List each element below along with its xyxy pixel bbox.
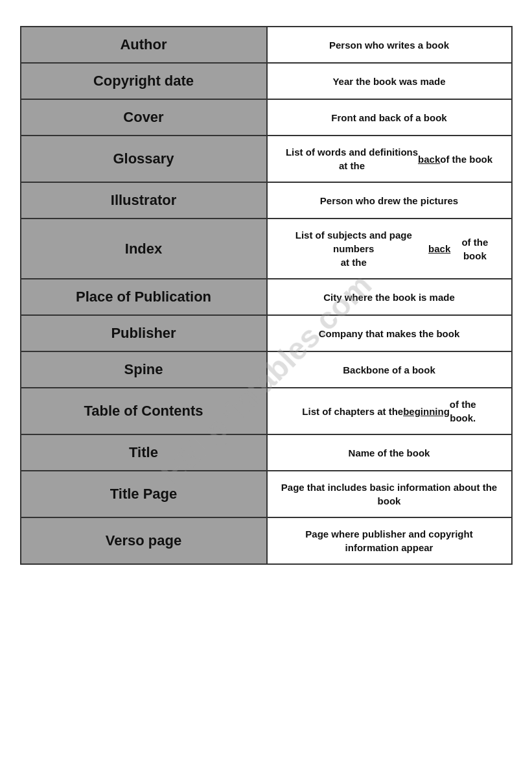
definition-cell: List of subjects and page numbersat the … bbox=[268, 219, 511, 278]
table-row: CoverFront and back of a book bbox=[21, 100, 511, 136]
term-cell: Copyright date bbox=[21, 64, 268, 99]
definition-cell: Person who drew the pictures bbox=[268, 183, 511, 218]
definition-cell: Page where publisher and copyright infor… bbox=[268, 518, 511, 563]
definition-cell: Page that includes basic information abo… bbox=[268, 471, 511, 517]
term-cell: Author bbox=[21, 27, 268, 62]
table-row: Place of PublicationCity where the book … bbox=[21, 279, 511, 316]
table-row: PublisherCompany that makes the book bbox=[21, 316, 511, 352]
definition-cell: City where the book is made bbox=[268, 279, 511, 314]
definition-cell: Backbone of a book bbox=[268, 352, 511, 387]
table-row: AuthorPerson who writes a book bbox=[21, 27, 511, 64]
table-row: IllustratorPerson who drew the pictures bbox=[21, 183, 511, 219]
term-cell: Illustrator bbox=[21, 183, 268, 218]
term-cell: Glossary bbox=[21, 136, 268, 182]
term-cell: Spine bbox=[21, 352, 268, 387]
term-cell: Table of Contents bbox=[21, 388, 268, 434]
definition-cell: List of words and definitionsat the back… bbox=[268, 136, 511, 182]
table-row: Verso pagePage where publisher and copyr… bbox=[21, 518, 511, 563]
term-cell: Verso page bbox=[21, 518, 268, 563]
term-cell: Cover bbox=[21, 100, 268, 135]
term-cell: Place of Publication bbox=[21, 279, 268, 314]
definition-cell: Name of the book bbox=[268, 435, 511, 470]
table-row: Copyright dateYear the book was made bbox=[21, 64, 511, 100]
term-cell: Index bbox=[21, 219, 268, 278]
table-row: Title PagePage that includes basic infor… bbox=[21, 471, 511, 518]
definition-cell: Company that makes the book bbox=[268, 316, 511, 351]
table-row: TitleName of the book bbox=[21, 435, 511, 471]
term-cell: Title bbox=[21, 435, 268, 470]
definition-cell: Year the book was made bbox=[268, 64, 511, 99]
vocabulary-table: AuthorPerson who writes a bookCopyright … bbox=[20, 26, 513, 565]
definition-cell: List of chapters at the beginning of the… bbox=[268, 388, 511, 434]
table-row: SpineBackbone of a book bbox=[21, 352, 511, 388]
term-cell: Publisher bbox=[21, 316, 268, 351]
definition-cell: Front and back of a book bbox=[268, 100, 511, 135]
table-row: Table of ContentsList of chapters at the… bbox=[21, 388, 511, 435]
definition-cell: Person who writes a book bbox=[268, 27, 511, 62]
term-cell: Title Page bbox=[21, 471, 268, 517]
table-row: GlossaryList of words and definitionsat … bbox=[21, 136, 511, 183]
table-row: IndexList of subjects and page numbersat… bbox=[21, 219, 511, 279]
